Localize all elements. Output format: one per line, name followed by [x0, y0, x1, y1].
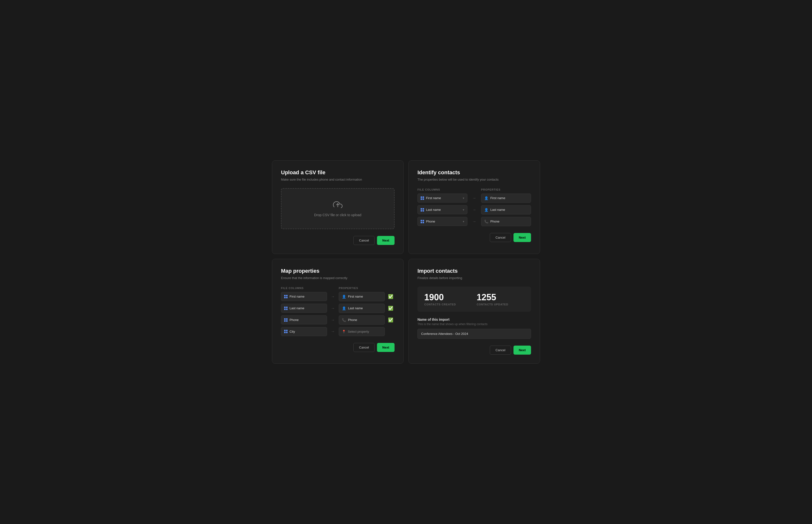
map-prop-firstname: 👤 First name — [339, 292, 385, 301]
map-col-firstname-label: First name — [289, 295, 304, 298]
identify-prop-phone-label: Phone — [490, 219, 500, 223]
stat-created-label: CONTACTS CREATED — [424, 303, 472, 306]
import-subtitle: Finalize details before importing — [417, 276, 531, 280]
identify-prop-lastname: 👤 Last name — [481, 205, 531, 214]
phone-icon-1: 📞 — [484, 219, 488, 224]
map-col-lastname-label: Last name — [289, 306, 304, 310]
grid-icon-2 — [420, 208, 424, 212]
map-prop-lastname: 👤 Last name — [339, 304, 385, 313]
identify-prop-firstname-label: First name — [490, 196, 505, 200]
location-icon: 📍 — [342, 330, 346, 333]
map-prop-lastname-label: Last name — [348, 306, 363, 310]
map-card: Map properties Ensure that the informati… — [272, 259, 403, 364]
identify-file-col-label: FILE COLUMNS — [417, 188, 467, 191]
stat-updated-label: CONTACTS UPDATED — [477, 303, 524, 306]
identify-col-phone-label: Phone — [426, 219, 435, 223]
identify-prop-firstname: 👤 First name — [481, 194, 531, 203]
map-grid-icon-1 — [284, 295, 287, 298]
map-arrow-3: → — [329, 318, 337, 322]
map-phone-icon: 📞 — [342, 318, 346, 322]
map-prop-firstname-label: First name — [348, 295, 363, 298]
map-prop-phone-label: Phone — [348, 318, 357, 322]
import-btn-row: Cancel Next — [417, 346, 531, 355]
identify-col-firstname-label: First name — [426, 196, 441, 200]
map-col-phone[interactable]: Phone — [281, 315, 327, 324]
map-cancel-button[interactable]: Cancel — [353, 343, 374, 352]
identify-prop-lastname-label: Last name — [490, 208, 505, 212]
identify-properties-label: PROPERTIES — [481, 188, 531, 191]
grid-icon-3 — [420, 220, 424, 223]
map-check-3: ✅ — [387, 317, 395, 323]
arrow-2: → — [469, 208, 479, 212]
map-person-icon-1: 👤 — [342, 295, 346, 298]
stat-created-number: 1900 — [424, 293, 472, 302]
identify-columns-header: FILE COLUMNS PROPERTIES — [417, 188, 531, 191]
arrow-3: → — [469, 219, 479, 224]
upload-next-button[interactable]: Next — [377, 236, 395, 245]
map-file-col-label: FILE COLUMNS — [281, 286, 327, 290]
map-subtitle: Ensure that the information is mapped co… — [281, 276, 395, 280]
map-row-3: Phone → 📞 Phone ✅ — [281, 315, 395, 325]
upload-icon — [333, 200, 343, 210]
map-person-icon-2: 👤 — [342, 306, 346, 310]
map-col-firstname[interactable]: First name — [281, 292, 327, 301]
arrow-1: → — [469, 196, 479, 200]
map-properties-label: PROPERTIES — [339, 286, 385, 290]
main-grid: Upload a CSV file Make sure the file inc… — [272, 160, 540, 364]
import-name-input[interactable] — [417, 329, 531, 339]
import-name-title: Name of this import — [417, 317, 531, 322]
chevron-icon-3: ▾ — [463, 220, 464, 223]
map-prop-phone: 📞 Phone — [339, 315, 385, 325]
upload-title: Upload a CSV file — [281, 169, 395, 176]
person-icon-1: 👤 — [484, 196, 488, 200]
import-name-section: Name of this import This is the name tha… — [417, 317, 531, 339]
map-row-1: First name → 👤 First name ✅ — [281, 292, 395, 301]
identify-col-lastname-label: Last name — [426, 208, 441, 212]
map-col-phone-label: Phone — [289, 318, 299, 322]
stat-updated: 1255 CONTACTS UPDATED — [477, 293, 524, 306]
map-btn-row: Cancel Next — [281, 343, 395, 352]
map-row-4: City → 📍 Select property — [281, 327, 395, 336]
map-arrow-4: → — [329, 329, 337, 334]
upload-drop-text: Drop CSV file or click to upload — [314, 213, 361, 217]
import-next-button[interactable]: Next — [513, 346, 531, 355]
stat-created: 1900 CONTACTS CREATED — [424, 293, 472, 306]
map-col-city[interactable]: City — [281, 327, 327, 336]
map-columns-header: FILE COLUMNS PROPERTIES — [281, 286, 395, 290]
map-col-lastname[interactable]: Last name — [281, 304, 327, 313]
map-check-1: ✅ — [387, 294, 395, 299]
map-select-property-label: Select property — [348, 330, 369, 333]
chevron-icon-1: ▾ — [463, 196, 464, 200]
map-next-button[interactable]: Next — [377, 343, 395, 352]
map-grid-icon-2 — [284, 307, 287, 310]
map-title: Map properties — [281, 268, 395, 274]
identify-subtitle: The properties below will be used to ide… — [417, 178, 531, 181]
identify-col-lastname[interactable]: Last name ▾ — [417, 205, 467, 214]
map-grid-icon-3 — [284, 318, 287, 322]
map-select-property[interactable]: 📍 Select property — [339, 327, 385, 336]
identify-col-firstname[interactable]: First name ▾ — [417, 194, 467, 202]
map-col-city-label: City — [289, 330, 295, 333]
map-arrow-1: → — [329, 294, 337, 299]
grid-icon-1 — [420, 196, 424, 200]
import-cancel-button[interactable]: Cancel — [490, 346, 511, 355]
chevron-icon-2: ▾ — [463, 208, 464, 212]
upload-btn-row: Cancel Next — [281, 236, 395, 245]
person-icon-2: 👤 — [484, 208, 488, 212]
upload-dropzone[interactable]: Drop CSV file or click to upload — [281, 188, 395, 229]
identify-col-phone[interactable]: Phone ▾ — [417, 217, 467, 226]
identify-prop-phone: 📞 Phone — [481, 217, 531, 226]
identify-card: Identify contacts The properties below w… — [409, 160, 540, 254]
import-stats-box: 1900 CONTACTS CREATED 1255 CONTACTS UPDA… — [417, 286, 531, 312]
identify-cancel-button[interactable]: Cancel — [490, 233, 511, 242]
identify-next-button[interactable]: Next — [513, 233, 531, 242]
identify-row-1: First name ▾ → 👤 First name — [417, 194, 531, 203]
map-arrow-2: → — [329, 306, 337, 311]
stat-updated-number: 1255 — [477, 293, 524, 302]
identify-row-3: Phone ▾ → 📞 Phone — [417, 217, 531, 226]
map-check-2: ✅ — [387, 306, 395, 311]
map-row-2: Last name → 👤 Last name ✅ — [281, 304, 395, 313]
map-grid-icon-4 — [284, 330, 287, 333]
upload-cancel-button[interactable]: Cancel — [353, 236, 374, 245]
import-title: Import contacts — [417, 268, 531, 274]
